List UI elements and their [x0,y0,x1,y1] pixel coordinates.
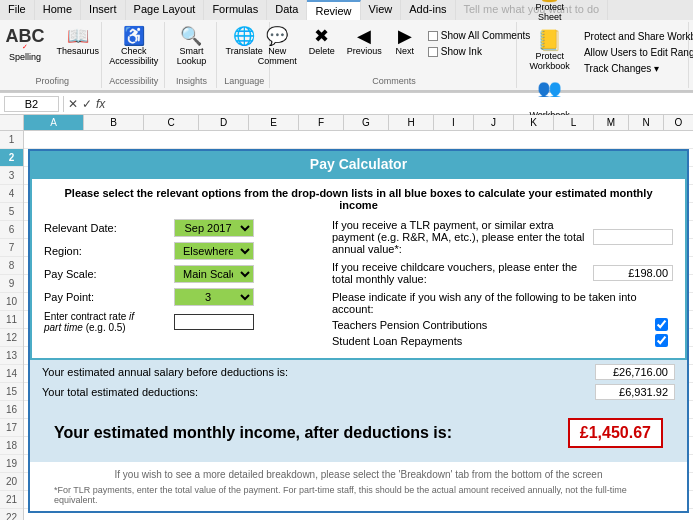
calculator-inner: Please select the relevant options from … [32,179,685,358]
deductions-label: Your total estimated deductions: [42,386,595,398]
previous-icon: ◀ [357,27,371,45]
row-num-21: 21 [0,491,23,509]
row-num-14: 14 [0,365,23,383]
formula-input[interactable] [109,97,689,111]
insert-function-icon[interactable]: fx [96,97,105,111]
pension-row: Teachers Pension Contributions [332,318,673,331]
protect-sheet-button[interactable]: 🔒 ProtectSheet [530,0,569,25]
next-comment-button[interactable]: ▶ Next [389,24,421,59]
row-num-15: 15 [0,383,23,401]
calculator-title: Pay Calculator [30,151,687,177]
allow-edit-label: Allow Users to Edit Ranges [584,47,693,58]
delete-comment-button[interactable]: ✖ Delete [304,24,340,59]
row-num-19: 19 [0,455,23,473]
cell-reference-input[interactable] [4,96,59,112]
annual-salary-label: Your estimated annual salary before dedu… [42,366,595,378]
ribbon-group-changes: 🔒 ProtectSheet 📒 ProtectWorkbook 👥 Share… [519,22,689,88]
proofing-group-label: Proofing [36,74,70,86]
childcare-input[interactable] [593,265,673,281]
calculator-container: Pay Calculator Please select the relevan… [28,149,689,513]
delete-label: Delete [309,46,335,56]
tab-insert[interactable]: Insert [81,0,126,20]
row-num-1: 1 [0,131,23,149]
cancel-formula-icon[interactable]: ✕ [68,97,78,111]
col-header-F: F [299,115,344,130]
formula-divider [63,96,64,112]
col-header-G: G [344,115,389,130]
tab-data[interactable]: Data [267,0,307,20]
footer-text: If you wish to see a more detailed break… [42,466,675,483]
relevant-date-select[interactable]: Sep 2017 [174,219,254,237]
region-row: Region: Elsewhere [44,242,324,260]
track-changes-label: Track Changes ▾ [584,63,659,74]
footnote-text: *For TLR payments, enter the total value… [42,483,675,507]
col-header-C: C [144,115,199,130]
smart-lookup-label: SmartLookup [177,46,207,66]
protect-workbook-button[interactable]: 📒 ProtectWorkbook [525,27,575,74]
protect-share-workbook-button[interactable]: Protect and Share Workbook [579,29,693,44]
col-header-H: H [389,115,434,130]
relevant-date-row: Relevant Date: Sep 2017 [44,219,324,237]
track-changes-button[interactable]: Track Changes ▾ [579,61,693,76]
row-num-3: 3 [0,167,23,185]
ribbon-group-proofing: ABC ✓ Spelling 📖 Thesaurus Proofing [4,22,102,88]
pay-point-select[interactable]: 3 [174,288,254,306]
childcare-row: If you receive childcare vouchers, pleas… [332,261,673,285]
accessibility-group-label: Accessibility [109,74,158,86]
accessibility-icon: ♿ [123,27,145,45]
consider-label: Please indicate if you wish any of the f… [332,291,673,315]
ribbon-body: ABC ✓ Spelling 📖 Thesaurus Proofing ♿ Ch… [0,20,693,92]
tlr-input[interactable] [593,229,673,245]
show-all-label: Show All Comments [441,30,530,41]
annual-salary-row: Your estimated annual salary before dedu… [42,364,675,380]
row-num-8: 8 [0,257,23,275]
spelling-button[interactable]: ABC ✓ Spelling [1,24,50,65]
pay-scale-select[interactable]: Main Scale [174,265,254,283]
formula-bar: ✕ ✓ fx [0,93,693,115]
tab-file[interactable]: File [0,0,35,20]
column-headers: A B C D E F G H I J K L M N O P [0,115,693,131]
thesaurus-label: Thesaurus [57,46,100,56]
pay-point-label: Pay Point: [44,291,174,303]
row-numbers: 1 2 3 4 5 6 7 8 9 10 11 12 13 14 15 16 1… [0,131,24,520]
previous-comment-button[interactable]: ◀ Previous [342,24,387,59]
pay-point-row: Pay Point: 3 [44,288,324,306]
tab-page-layout[interactable]: Page Layout [126,0,205,20]
tab-view[interactable]: View [361,0,402,20]
tab-formulas[interactable]: Formulas [204,0,267,20]
tab-review[interactable]: Review [307,0,360,20]
thesaurus-button[interactable]: 📖 Thesaurus [52,24,105,59]
col-header-A: A [24,115,84,130]
annual-salary-value: £26,716.00 [595,364,675,380]
pension-checkbox[interactable] [655,318,668,331]
check-accessibility-button[interactable]: ♿ CheckAccessibility [104,24,163,69]
allow-edit-ranges-button[interactable]: Allow Users to Edit Ranges [579,45,693,60]
col-header-N: N [629,115,664,130]
row-num-7: 7 [0,239,23,257]
formula-icons: ✕ ✓ fx [68,97,105,111]
row-num-17: 17 [0,419,23,437]
delete-icon: ✖ [314,27,329,45]
smart-lookup-button[interactable]: 🔍 SmartLookup [172,24,212,69]
show-ink-checkbox-icon [428,47,438,57]
region-select[interactable]: Elsewhere [174,242,254,260]
new-comment-button[interactable]: 💬 NewComment [253,24,302,69]
footer-section: If you wish to see a more detailed break… [30,462,687,511]
row-num-18: 18 [0,437,23,455]
pay-scale-row: Pay Scale: Main Scale [44,265,324,283]
pay-scale-label: Pay Scale: [44,268,174,280]
col-header-M: M [594,115,629,130]
calculator-right-col: If you receive a TLR payment, or similar… [332,219,673,350]
tab-add-ins[interactable]: Add-ins [401,0,455,20]
contract-rate-input[interactable] [174,314,254,330]
pension-label: Teachers Pension Contributions [332,319,649,331]
contract-rate-row: Enter contract rate ifpart time (e.g. 0.… [44,311,324,333]
region-label: Region: [44,245,174,257]
confirm-formula-icon[interactable]: ✓ [82,97,92,111]
col-header-L: L [554,115,594,130]
protect-workbook-icon: 📒 [537,30,562,50]
tab-home[interactable]: Home [35,0,81,20]
loan-checkbox[interactable] [655,334,668,347]
row-num-10: 10 [0,293,23,311]
show-all-checkbox-icon [428,31,438,41]
